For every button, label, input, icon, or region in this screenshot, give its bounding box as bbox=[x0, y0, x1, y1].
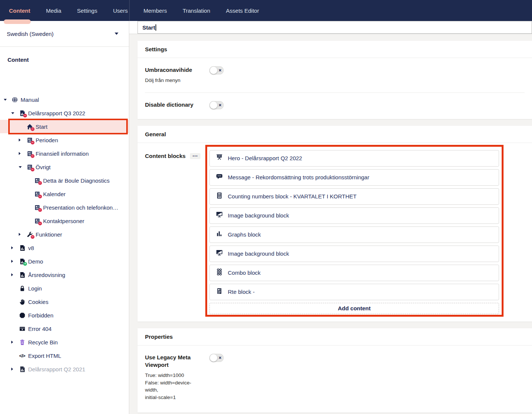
tree-item-start[interactable]: Start bbox=[0, 120, 129, 133]
unpublished-badge bbox=[31, 168, 34, 171]
use-legacy-meta-viewport-toggle[interactable] bbox=[209, 354, 224, 362]
block-item-message[interactable]: Message - Rekordomsättning trots produkt… bbox=[209, 169, 499, 186]
unpublished-badge bbox=[23, 114, 27, 118]
monitor-icon bbox=[216, 211, 223, 220]
caret-right-icon[interactable] bbox=[11, 341, 19, 344]
active-tab-indicator bbox=[4, 19, 31, 24]
property-row-umbraconavihide: Umbraconavihide Dölj från menyn bbox=[145, 58, 525, 92]
unpublished-badge bbox=[31, 127, 34, 131]
property-row-use-legacy-meta-viewport: Use Legacy Meta Viewport True: width=100… bbox=[145, 345, 525, 413]
tree-item-funktioner[interactable]: Funktioner bbox=[0, 228, 129, 241]
toggle-knob bbox=[210, 67, 217, 74]
nav-item-content[interactable]: Content bbox=[9, 7, 30, 14]
unpublished-badge bbox=[31, 154, 34, 158]
tree-item-login[interactable]: Login bbox=[0, 281, 129, 295]
block-item-image-background-1[interactable]: Image background block bbox=[209, 207, 499, 224]
property-row-content-blocks: Content blocks ••• Hero - Delårsrappor bbox=[145, 143, 525, 322]
nav-item-media[interactable]: Media bbox=[46, 7, 61, 14]
add-content-button[interactable]: Add content bbox=[209, 303, 499, 314]
tree-item-forbidden[interactable]: Forbidden bbox=[0, 308, 129, 322]
tree-item-v8[interactable]: v8 bbox=[0, 241, 129, 255]
lock-icon bbox=[19, 285, 25, 292]
block-item-graphs[interactable]: Graphs block bbox=[209, 226, 499, 243]
article-icon bbox=[34, 191, 40, 197]
caret-right-icon[interactable] bbox=[11, 260, 19, 263]
doc-chart-icon bbox=[19, 110, 25, 116]
property-row-disable-dictionary: Disable dictionary bbox=[145, 92, 525, 119]
nav-item-settings[interactable]: Settings bbox=[77, 7, 97, 14]
tree-item-export-html[interactable]: Export HTML bbox=[0, 349, 129, 362]
tree-item-demo[interactable]: Demo bbox=[0, 255, 129, 268]
tree-item-perioden[interactable]: Perioden bbox=[0, 133, 129, 147]
caret-down-icon[interactable] bbox=[19, 166, 26, 168]
property-label: Content blocks bbox=[145, 152, 185, 160]
properties-card: Properties Use Legacy Meta Viewport True… bbox=[137, 328, 532, 413]
rte-icon bbox=[216, 287, 223, 296]
speech-bubble-icon bbox=[216, 173, 223, 182]
tree-item-cookies[interactable]: Cookies bbox=[0, 295, 129, 308]
caret-down-icon[interactable] bbox=[11, 112, 19, 114]
block-item-rte[interactable]: Rte block - bbox=[209, 284, 499, 300]
article-icon bbox=[34, 217, 40, 224]
tree-item-error-404[interactable]: Error 404 bbox=[0, 322, 129, 335]
tree-item-kontaktpersoner[interactable]: Kontaktpersoner bbox=[0, 214, 129, 228]
language-selector[interactable]: Swedish (Sweden) bbox=[0, 21, 129, 47]
page-title-input[interactable]: Start bbox=[137, 21, 532, 34]
unpublished-badge bbox=[31, 235, 34, 239]
settings-card-title: Settings bbox=[137, 41, 532, 58]
block-item-combo[interactable]: Combo block bbox=[209, 265, 499, 281]
calculator-icon bbox=[216, 192, 223, 201]
block-item-hero[interactable]: Hero - Delårsrapport Q2 2022 bbox=[209, 150, 499, 167]
globe-icon bbox=[11, 96, 18, 103]
general-card: General Content blocks ••• bbox=[137, 126, 532, 322]
editor-header: Start bbox=[129, 21, 532, 34]
tree-item-delarsrapport-q2-2021[interactable]: Delårsrapport Q2 2021 bbox=[0, 362, 129, 376]
tree-item-ovrigt[interactable]: Övrigt bbox=[0, 160, 129, 174]
wrench-icon bbox=[26, 231, 33, 238]
chevron-down-icon bbox=[115, 33, 118, 35]
tree-item-detta-ar-boule-diagnostics[interactable]: Detta är Boule Diagnostics bbox=[0, 174, 129, 187]
tree-item-arsredovisning[interactable]: Årsredovisning bbox=[0, 268, 129, 281]
doc-chart-icon bbox=[19, 244, 25, 251]
unpublished-badge bbox=[31, 141, 34, 144]
page-title-value: Start bbox=[142, 24, 155, 31]
umbraconavihide-toggle[interactable] bbox=[209, 66, 224, 74]
tree-item-delarsrapport-q3-2022[interactable]: Delårsrapport Q3 2022 bbox=[0, 106, 129, 120]
home-icon bbox=[26, 123, 33, 130]
block-item-counting-numbers[interactable]: Counting numbers block - KVARTALET I KOR… bbox=[209, 188, 499, 205]
tree-item-kalender[interactable]: Kalender bbox=[0, 187, 129, 201]
caret-down-icon[interactable] bbox=[4, 99, 11, 101]
tree-item-manual[interactable]: Manual bbox=[0, 93, 129, 106]
properties-card-title: Properties bbox=[137, 328, 532, 345]
nav-item-users[interactable]: Users bbox=[113, 7, 128, 14]
more-options-button[interactable]: ••• bbox=[190, 153, 200, 159]
tree-item-finansiell-information[interactable]: Finansiell information bbox=[0, 147, 129, 160]
doc-chart-icon bbox=[19, 271, 25, 278]
caret-right-icon[interactable] bbox=[11, 273, 19, 276]
bar-chart-icon bbox=[216, 230, 223, 239]
nav-item-members[interactable]: Members bbox=[143, 7, 167, 14]
property-label: Disable dictionary bbox=[145, 101, 204, 109]
new-item-badge bbox=[23, 262, 27, 266]
caret-right-icon[interactable] bbox=[11, 246, 19, 249]
caret-right-icon[interactable] bbox=[19, 233, 26, 236]
article-icon bbox=[26, 164, 33, 170]
nav-item-translation[interactable]: Translation bbox=[182, 7, 210, 14]
disable-dictionary-toggle[interactable] bbox=[209, 101, 224, 109]
block-item-image-background-2[interactable]: Image background block bbox=[209, 246, 499, 262]
toggle-knob bbox=[210, 101, 217, 109]
tree-item-presentation-och-telefonkon[interactable]: Presentation och telefonkon… bbox=[0, 201, 129, 214]
unpublished-badge bbox=[38, 208, 42, 212]
caret-right-icon[interactable] bbox=[19, 138, 26, 141]
code-icon bbox=[19, 352, 25, 359]
unpublished-badge bbox=[38, 222, 42, 225]
tree-item-recycle-bin[interactable]: Recycle Bin bbox=[0, 335, 129, 349]
caret-right-icon[interactable] bbox=[19, 152, 26, 155]
content-blocks-list: Hero - Delårsrapport Q2 2022 Message - R… bbox=[209, 150, 499, 314]
nav-item-assets-editor[interactable]: Assets Editor bbox=[226, 7, 259, 14]
article-icon bbox=[26, 150, 33, 157]
trash-icon bbox=[19, 339, 25, 345]
property-description: Dölj från menyn bbox=[145, 77, 204, 84]
caret-right-icon[interactable] bbox=[11, 368, 19, 371]
article-icon bbox=[26, 137, 33, 143]
